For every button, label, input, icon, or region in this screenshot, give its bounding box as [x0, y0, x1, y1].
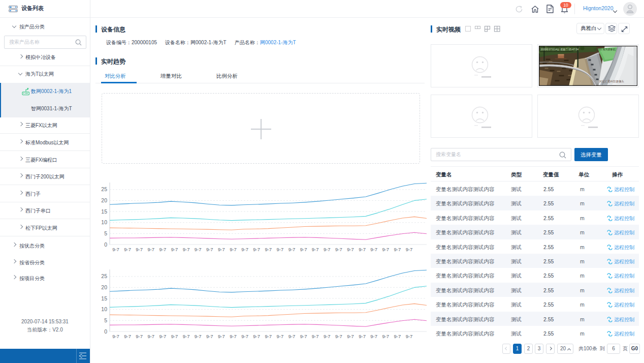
- svg-text:9-7: 9-7: [335, 247, 342, 252]
- svg-text:9-7: 9-7: [124, 247, 131, 252]
- svg-text:9-7: 9-7: [277, 247, 284, 252]
- svg-text:9-7: 9-7: [230, 247, 237, 252]
- svg-text:9-7: 9-7: [370, 247, 377, 252]
- svg-text:9-7: 9-7: [147, 247, 154, 252]
- svg-text:25: 25: [101, 186, 107, 192]
- svg-text:河北汇通科技摄像头: 河北汇通科技摄像头: [599, 79, 625, 83]
- svg-text:2020年07月14日 星期二 15:47:54: 2020年07月14日 星期二 15:47:54: [541, 48, 579, 51]
- svg-text:9-7: 9-7: [218, 247, 225, 252]
- svg-text:9-7: 9-7: [206, 247, 213, 252]
- svg-text:9-7: 9-7: [112, 247, 119, 252]
- svg-text:9-7: 9-7: [253, 247, 260, 252]
- svg-text:9-7: 9-7: [382, 247, 389, 252]
- svg-text:20: 20: [101, 197, 107, 203]
- svg-text:9-7: 9-7: [265, 247, 272, 252]
- svg-text:9-7: 9-7: [171, 247, 178, 252]
- svg-text:9-7: 9-7: [195, 247, 202, 252]
- svg-text:通道01 海为摄像机: 通道01 海为摄像机: [594, 48, 616, 51]
- svg-text:9-7: 9-7: [300, 247, 307, 252]
- svg-text:9-7: 9-7: [241, 247, 248, 252]
- svg-text:5: 5: [104, 230, 107, 236]
- svg-text:9-7: 9-7: [359, 247, 366, 252]
- svg-text:9-7: 9-7: [312, 247, 319, 252]
- svg-text:9-7: 9-7: [406, 247, 413, 252]
- svg-text:9-7: 9-7: [324, 247, 331, 252]
- svg-text:0: 0: [104, 241, 107, 248]
- svg-text:9-7: 9-7: [347, 247, 354, 252]
- svg-text:10: 10: [101, 219, 107, 225]
- svg-text:9-7: 9-7: [159, 247, 167, 252]
- svg-text:9-7: 9-7: [288, 247, 296, 252]
- svg-text:15: 15: [101, 208, 107, 215]
- svg-text:9-7: 9-7: [136, 247, 143, 252]
- svg-text:9-7: 9-7: [183, 247, 190, 252]
- svg-text:9-7: 9-7: [394, 247, 401, 252]
